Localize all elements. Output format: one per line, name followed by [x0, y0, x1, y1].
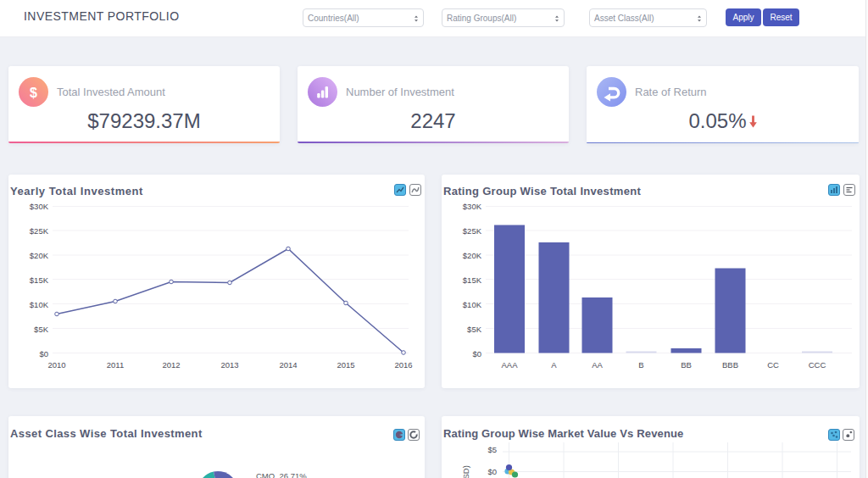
svg-text:2010: 2010	[47, 360, 65, 370]
svg-text:$5K: $5K	[34, 325, 49, 334]
svg-text:B: B	[638, 360, 643, 370]
svg-text:$0: $0	[487, 467, 497, 476]
svg-text:$0: $0	[39, 349, 48, 358]
svg-text:CCC: CCC	[809, 360, 826, 370]
svg-text:$25K: $25K	[463, 226, 482, 236]
svg-text:$25K: $25K	[30, 226, 49, 236]
svg-text:A: A	[551, 360, 557, 370]
svg-text:BB: BB	[681, 360, 692, 370]
svg-text:$20K: $20K	[30, 251, 49, 260]
svg-text:CC: CC	[767, 360, 779, 370]
svg-text:$30K: $30K	[463, 202, 482, 211]
svg-text:2011: 2011	[107, 360, 124, 370]
svg-text:AAA: AAA	[501, 360, 518, 370]
svg-text:$0: $0	[472, 349, 481, 358]
svg-text:CMO, 26.71%: CMO, 26.71%	[256, 471, 307, 478]
svg-text:$5K: $5K	[467, 325, 482, 334]
svg-text:BBB: BBB	[722, 360, 738, 370]
svg-text:$: $	[30, 86, 37, 100]
svg-text:$15K: $15K	[30, 275, 49, 285]
svg-text:$5: $5	[487, 445, 497, 454]
svg-text:$10K: $10K	[30, 300, 49, 309]
svg-text:$20K: $20K	[463, 251, 482, 260]
svg-text:$30K: $30K	[30, 202, 49, 211]
svg-text:$15K: $15K	[463, 275, 482, 285]
svg-text:2015: 2015	[337, 360, 354, 370]
svg-text:2016: 2016	[394, 360, 412, 370]
svg-text:2014: 2014	[279, 360, 297, 370]
svg-text:AA: AA	[592, 360, 603, 370]
svg-text:2013: 2013	[220, 360, 238, 370]
svg-text:$10K: $10K	[463, 300, 482, 309]
svg-text:2012: 2012	[162, 360, 180, 370]
svg-text:(USD): (USD)	[461, 465, 470, 478]
